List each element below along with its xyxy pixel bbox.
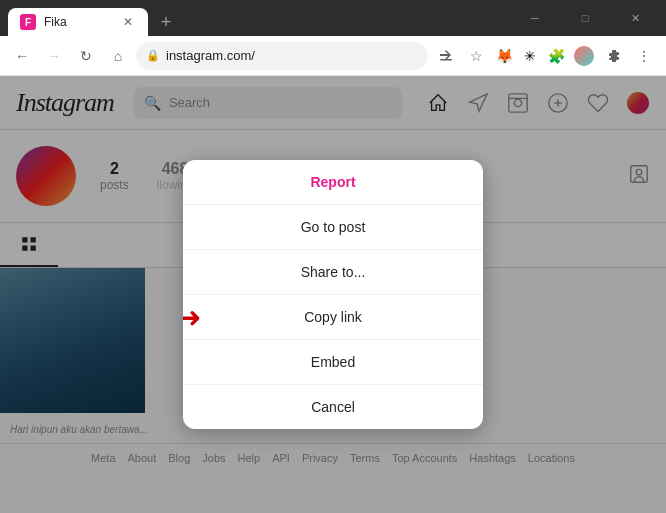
home-button[interactable]: ⌂ [104,42,132,70]
address-bar[interactable]: 🔒 instagram.com/ [136,42,428,70]
red-arrow-icon: ➜ [183,301,201,334]
back-button[interactable]: ← [8,42,36,70]
action-go-to-post[interactable]: Go to post [183,205,483,250]
nav-actions: ☆ 🦊 ✳ 🧩 ⋮ [432,42,658,70]
menu-button[interactable]: ⋮ [630,42,658,70]
bookmark-button[interactable]: ☆ [462,42,490,70]
lock-icon: 🔒 [146,49,160,62]
forward-button[interactable]: → [40,42,68,70]
profile-circle[interactable] [570,42,598,70]
share-to-label: Share to... [301,264,366,280]
cancel-label: Cancel [311,399,355,415]
action-sheet: Report Go to post Share to... ➜ Copy lin… [183,160,483,429]
navigation-bar: ← → ↻ ⌂ 🔒 instagram.com/ ☆ 🦊 ✳ 🧩 ⋮ [0,36,666,76]
action-embed[interactable]: Embed [183,340,483,385]
title-bar: F Fika ✕ + ─ □ ✕ [0,0,666,36]
browser-frame: F Fika ✕ + ─ □ ✕ ← → ↻ ⌂ 🔒 instagram.com… [0,0,666,513]
action-copy-link[interactable]: ➜ Copy link [183,295,483,340]
action-share-to[interactable]: Share to... [183,250,483,295]
window-controls: ─ □ ✕ [512,0,658,36]
ext-icon-2[interactable]: ✳ [518,44,542,68]
svg-rect-0 [440,59,452,61]
embed-label: Embed [311,354,355,370]
tab-close-button[interactable]: ✕ [120,14,136,30]
tab-bar: F Fika ✕ + [8,0,512,36]
extensions-button[interactable] [600,42,628,70]
maximize-button[interactable]: □ [562,0,608,36]
close-button[interactable]: ✕ [612,0,658,36]
tab-title: Fika [44,15,112,29]
ext-icon-1[interactable]: 🦊 [492,44,516,68]
share-button[interactable] [432,42,460,70]
page-content: Instagram 🔍 Search [0,76,666,513]
active-tab[interactable]: F Fika ✕ [8,8,148,36]
action-report[interactable]: Report [183,160,483,205]
url-text: instagram.com/ [166,48,418,63]
action-cancel[interactable]: Cancel [183,385,483,429]
ext-icon-3[interactable]: 🧩 [544,44,568,68]
new-tab-button[interactable]: + [152,8,180,36]
minimize-button[interactable]: ─ [512,0,558,36]
reload-button[interactable]: ↻ [72,42,100,70]
report-label: Report [310,174,355,190]
modal-overlay[interactable]: Report Go to post Share to... ➜ Copy lin… [0,76,666,513]
go-to-post-label: Go to post [301,219,366,235]
tab-favicon: F [20,14,36,30]
copy-link-label: Copy link [304,309,362,325]
